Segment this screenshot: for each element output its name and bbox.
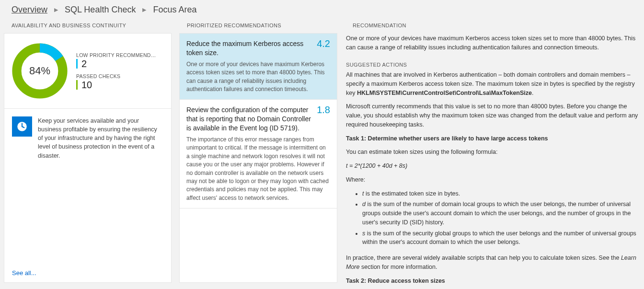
- stat-passed-checks: PASSED CHECKS 10: [76, 73, 158, 90]
- availability-column: AVAILABILITY AND BUSINESS CONTINUITY 84%…: [4, 20, 172, 283]
- availability-summary[interactable]: 84% LOW PRIORITY RECOMMENDATIO... 2 PASS…: [4, 34, 171, 109]
- recommendation-body: The importance of this error message ran…: [186, 136, 330, 202]
- task1-p1: You can estimate token sizes using the f…: [346, 148, 639, 157]
- where-label: Where:: [346, 175, 639, 185]
- detail-title: RECOMMENDATION: [345, 20, 640, 33]
- list-item: s is the sum of the security global grou…: [362, 229, 639, 247]
- detail-p1: All machines that are involved in Kerber…: [346, 70, 639, 97]
- recommendations-column: PRIORITIZED RECOMMENDATIONS Reduce the m…: [179, 20, 337, 283]
- availability-description: Keep your services available and your bu…: [38, 116, 163, 160]
- list-item: d is the sum of the number of domain loc…: [362, 200, 639, 227]
- stat-low-value: 2: [76, 59, 158, 69]
- detail-intro: One or more of your devices have maximum…: [346, 34, 639, 52]
- availability-title: AVAILABILITY AND BUSINESS CONTINUITY: [4, 20, 172, 33]
- clock-icon: [12, 116, 32, 137]
- list-item: t is the estimated token size in bytes.: [362, 189, 639, 198]
- stat-passed-label: PASSED CHECKS: [76, 73, 158, 79]
- breadcrumb: Overview ▶ SQL Health Check ▶ Focus Area: [0, 0, 644, 20]
- recommendation-body: One or more of your devices have maximum…: [186, 60, 330, 94]
- stat-low-label: LOW PRIORITY RECOMMENDATIO...: [76, 52, 158, 58]
- availability-donut-chart: 84%: [11, 42, 69, 100]
- suggested-actions-heading: SUGGESTED ACTIONS: [346, 61, 639, 69]
- recommendation-score: 4.2: [317, 38, 330, 49]
- registry-key: HKLM\SYSTEM\CurrentControlSet\Control\Ls…: [357, 90, 532, 96]
- detail-p2: Microsoft currently recommends that this…: [346, 102, 639, 129]
- breadcrumb-overview[interactable]: Overview: [12, 5, 47, 15]
- task1-title: Task 1: Determine whether users are like…: [346, 134, 639, 143]
- recommendations-title: PRIORITIZED RECOMMENDATIONS: [179, 20, 337, 33]
- stat-low-priority: LOW PRIORITY RECOMMENDATIO... 2: [76, 52, 158, 69]
- see-all-link[interactable]: See all...: [4, 264, 171, 282]
- detail-panel: One or more of your devices have maximum…: [345, 33, 640, 283]
- recommendation-title: Reduce the maximum Kerberos access token…: [186, 39, 330, 58]
- where-bullets: t is the estimated token size in bytes.d…: [356, 189, 639, 249]
- breadcrumb-focus-area[interactable]: Focus Area: [153, 5, 196, 15]
- task1-p2: In practice, there are several widely av…: [346, 254, 639, 272]
- donut-percent-label: 84%: [11, 42, 69, 100]
- detail-column: RECOMMENDATION One or more of your devic…: [345, 20, 640, 283]
- recommendation-title: Review the configuration of the computer…: [186, 105, 330, 133]
- chevron-right-icon: ▶: [142, 7, 146, 13]
- recommendations-list: Reduce the maximum Kerberos access token…: [179, 33, 337, 283]
- task2-title: Task 2: Reduce access token sizes: [346, 277, 639, 283]
- recommendation-score: 1.8: [317, 104, 330, 116]
- stat-passed-value: 10: [76, 80, 158, 90]
- breadcrumb-sql-health[interactable]: SQL Health Check: [65, 5, 136, 15]
- recommendation-item[interactable]: Review the configuration of the computer…: [180, 100, 337, 208]
- formula: t = 2*(1200 + 40d + 8s): [346, 162, 639, 171]
- recommendation-item[interactable]: Reduce the maximum Kerberos access token…: [180, 34, 337, 100]
- chevron-right-icon: ▶: [54, 7, 58, 13]
